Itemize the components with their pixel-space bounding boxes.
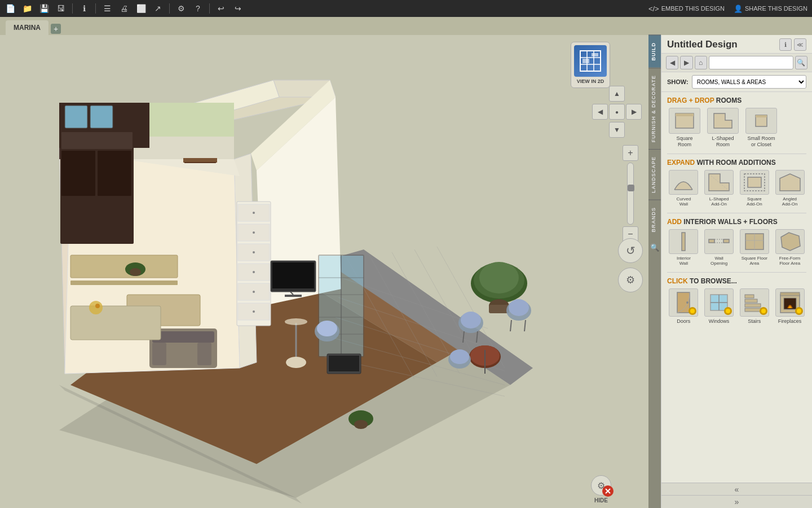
blueprint-icon (578, 49, 603, 73)
windows-item[interactable]: Windows (703, 288, 736, 324)
nav-left-button[interactable]: ◀ (592, 104, 608, 120)
panel-info-button[interactable]: ℹ (779, 38, 792, 51)
svg-rect-35 (184, 162, 216, 163)
svg-rect-55 (152, 343, 166, 365)
interior-wall-label: InteriorWall (677, 256, 691, 266)
print-icon[interactable]: 🖨 (118, 3, 130, 14)
add-tab-button[interactable]: + (51, 24, 61, 34)
svg-point-88 (285, 318, 307, 325)
undo-icon[interactable]: ↩ (215, 3, 227, 14)
curved-wall-item[interactable]: CurvedWall (667, 170, 700, 207)
section-click-browse: CLICK TO BROWSE... (667, 277, 806, 324)
small-room-label: Small Roomor Closet (747, 135, 775, 148)
small-room-item[interactable]: Small Roomor Closet (744, 108, 779, 148)
main-layout: VIEW IN 2D ▲ ◀ ● ▶ ▼ + − ↺ (0, 35, 812, 508)
zoom-slider-thumb[interactable] (628, 185, 634, 191)
svg-point-86 (286, 357, 306, 368)
browse-grid: Doors (667, 288, 806, 324)
svg-rect-30 (61, 151, 95, 196)
svg-rect-58 (70, 255, 178, 278)
embed-button[interactable]: </> EMBED THIS DESIGN (648, 5, 725, 13)
collapse-up-button[interactable]: « (661, 483, 812, 496)
svg-rect-117 (709, 239, 714, 243)
open-file-icon[interactable]: 📁 (21, 3, 33, 14)
new-file-icon[interactable]: 📄 (5, 3, 16, 14)
fireplaces-item[interactable]: Fireplaces (773, 288, 806, 324)
wall-opening-item[interactable]: WallOpening (703, 229, 736, 266)
panel-search-button[interactable]: 🔍 (795, 56, 807, 69)
tab-marina[interactable]: MARINA (6, 20, 48, 35)
help-icon[interactable]: ? (192, 3, 204, 14)
doors-item[interactable]: Doors (667, 288, 700, 324)
section-title-expand: EXPAND WITH ROOM ADDITIONS (667, 159, 806, 167)
reset-view-button[interactable]: ↺ (618, 238, 643, 263)
stairs-item[interactable]: Stairs (738, 288, 771, 324)
zoom-in-button[interactable]: + (623, 145, 638, 161)
svg-rect-34 (183, 158, 217, 163)
svg-rect-52 (285, 295, 302, 297)
svg-point-97 (95, 304, 100, 308)
wall-opening-icon (708, 231, 730, 252)
settings-icon[interactable]: ⚙ (175, 3, 187, 14)
panel-search-input[interactable] (709, 56, 793, 69)
svg-rect-118 (723, 239, 729, 243)
l-shaped-room-icon (713, 112, 733, 129)
square-floor-area-item[interactable]: Square FloorArea (738, 229, 771, 266)
view-2d-button[interactable]: VIEW IN 2D (571, 42, 610, 88)
side-tab-search[interactable]: 🔍 (648, 239, 661, 256)
freeform-floor-area-item[interactable]: Free-FormFloor Area (773, 229, 806, 266)
l-shaped-room-item[interactable]: L-ShapedRoom (705, 108, 740, 148)
svg-point-44 (253, 231, 255, 234)
share-icon[interactable]: ↗ (152, 3, 164, 14)
collapse-down-button[interactable]: » (661, 496, 812, 508)
show-dropdown[interactable]: ROOMS, WALLS & AREASFLOOR PLAN3D VIEW (692, 75, 806, 89)
nav-center-button[interactable]: ● (609, 104, 625, 120)
floor-plan-svg (0, 35, 648, 508)
square-addon-item[interactable]: SquareAdd-On (738, 170, 771, 207)
windows-label: Windows (709, 318, 730, 324)
nav-down-button[interactable]: ▼ (609, 122, 625, 138)
svg-rect-130 (745, 299, 757, 303)
list-icon[interactable]: ☰ (102, 3, 113, 14)
hide-button[interactable]: ⚙ HIDE (589, 474, 614, 503)
interior-wall-item[interactable]: InteriorWall (667, 229, 700, 266)
save-as-icon[interactable]: 🖫 (55, 3, 67, 14)
l-shaped-addon-item[interactable]: L-ShapedAdd-On (703, 170, 736, 207)
section-room-additions: EXPAND WITH ROOM ADDITIONS CurvedWal (667, 159, 806, 207)
square-floor-area-label: Square FloorArea (742, 256, 767, 266)
separator-3 (169, 3, 170, 14)
hide-label: HIDE (594, 497, 608, 503)
nav-up-button[interactable]: ▲ (609, 86, 625, 102)
nav-forward-button[interactable]: ▶ (680, 56, 692, 69)
svg-point-66 (461, 312, 481, 329)
side-tab-landscape[interactable]: LANDSCAPE (648, 149, 661, 200)
settings-button[interactable]: ⚙ (618, 268, 643, 292)
angled-addon-icon (779, 173, 801, 192)
export-icon[interactable]: ⬜ (135, 3, 147, 14)
share-design-button[interactable]: 👤 SHARE THIS DESIGN (734, 5, 807, 13)
angled-addon-item[interactable]: AngledAdd-On (773, 170, 806, 207)
nav-back-button[interactable]: ◀ (666, 56, 678, 69)
svg-point-62 (479, 262, 519, 294)
svg-rect-131 (745, 295, 754, 298)
nav-right-button[interactable]: ▶ (626, 104, 642, 120)
canvas-area[interactable]: VIEW IN 2D ▲ ◀ ● ▶ ▼ + − ↺ (0, 35, 648, 508)
svg-rect-31 (98, 151, 131, 196)
nav-home-button[interactable]: ⌂ (695, 56, 707, 69)
info-icon[interactable]: ℹ (78, 3, 90, 14)
save-icon[interactable]: 💾 (38, 3, 50, 14)
show-label: SHOW: (667, 78, 689, 85)
small-room-icon (751, 112, 771, 129)
doors-label: Doors (677, 318, 690, 324)
panel-collapse-button[interactable]: ≪ (794, 38, 806, 51)
view-2d-label: VIEW IN 2D (574, 78, 607, 85)
svg-point-48 (253, 310, 255, 313)
l-shaped-room-label: L-ShapedRoom (712, 135, 734, 148)
redo-icon[interactable]: ↪ (232, 3, 244, 14)
side-tab-build[interactable]: BUILD (648, 35, 661, 68)
svg-rect-111 (756, 115, 767, 117)
side-tab-brands[interactable]: BRANDS (648, 200, 661, 239)
square-room-item[interactable]: SquareRoom (667, 108, 702, 148)
side-tab-furnish[interactable]: FURNISH & DECORATE (648, 68, 661, 149)
zoom-control: + − (623, 145, 638, 242)
